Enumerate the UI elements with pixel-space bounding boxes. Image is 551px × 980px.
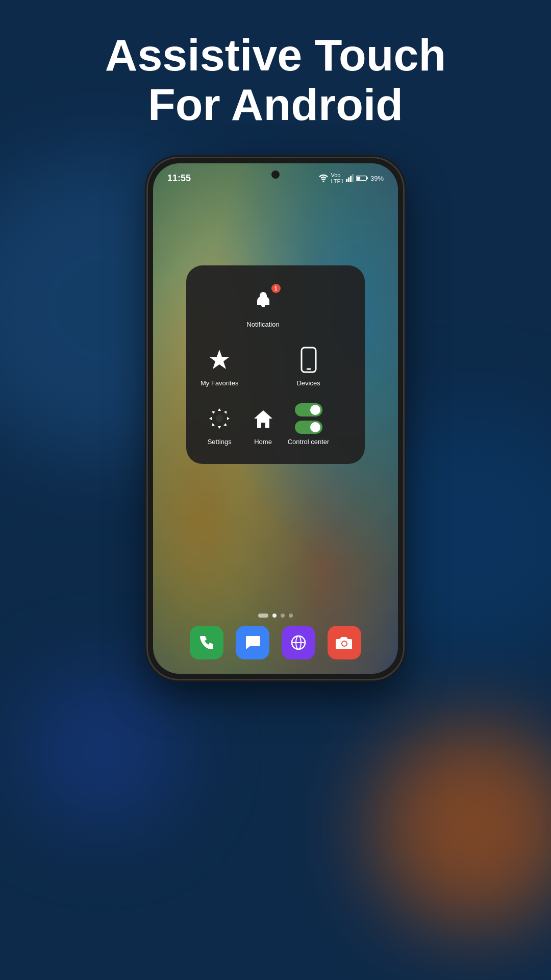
dock-browser-app[interactable]: [282, 626, 315, 659]
svg-rect-2: [348, 177, 349, 182]
page-dot-1: [258, 614, 268, 618]
bg-decoration-4: [26, 674, 179, 827]
page-dots: [153, 614, 398, 618]
signal-icon: [346, 174, 354, 182]
wifi-icon: [318, 174, 329, 182]
svg-rect-1: [346, 179, 347, 182]
home-icon: [248, 403, 279, 434]
svg-rect-7: [367, 177, 368, 179]
svg-marker-13: [254, 410, 272, 428]
svg-point-11: [216, 415, 223, 422]
svg-rect-6: [357, 177, 360, 180]
home-label: Home: [254, 438, 272, 446]
dock-phone-app[interactable]: [190, 626, 223, 659]
status-time: 11:55: [167, 173, 191, 184]
at-favorites-button[interactable]: My Favorites: [196, 336, 242, 395]
app-title: Assistive Touch For Android: [0, 31, 551, 130]
phone-screen: 11:55 VooLTE1: [153, 163, 398, 674]
notification-icon: 1: [248, 286, 279, 316]
devices-icon: [293, 345, 324, 375]
control-center-icon: [293, 403, 324, 434]
camera-notch: [271, 170, 280, 179]
svg-point-0: [323, 181, 324, 182]
svg-rect-3: [350, 176, 352, 182]
notification-badge: 1: [271, 284, 281, 293]
svg-point-19: [348, 640, 350, 642]
dock-messages-app[interactable]: [236, 626, 269, 659]
toggle-2: [295, 421, 322, 434]
favorites-label: My Favorites: [201, 379, 238, 387]
settings-label: Settings: [208, 438, 232, 446]
toggle-1: [295, 403, 322, 416]
page-dot-4: [289, 614, 293, 618]
svg-marker-8: [209, 350, 230, 369]
bottom-dock: [153, 626, 398, 659]
battery-text: 39%: [370, 175, 384, 182]
at-notification-button[interactable]: 1 Notification: [242, 278, 283, 336]
phone-frame: 11:55 VooLTE1: [148, 158, 403, 679]
at-devices-button[interactable]: Devices: [284, 336, 334, 395]
at-control-center-button[interactable]: Control center: [284, 395, 334, 454]
devices-label: Devices: [296, 379, 320, 387]
settings-icon: [204, 403, 235, 434]
at-panel: 1 Notification My Favorites: [186, 265, 365, 464]
notification-label: Notification: [246, 321, 279, 328]
favorites-icon: [204, 345, 235, 375]
at-settings-button[interactable]: Settings: [196, 395, 242, 454]
status-icons: VooLTE1 39%: [318, 172, 384, 184]
page-dot-3: [281, 614, 285, 618]
svg-rect-4: [352, 174, 354, 182]
svg-point-18: [342, 642, 346, 646]
control-center-label: Control center: [288, 438, 330, 446]
battery-icon: [356, 175, 368, 182]
signal-text: VooLTE1: [331, 172, 343, 184]
at-home-button[interactable]: Home: [242, 395, 283, 454]
bg-decoration-3: [372, 725, 551, 929]
page-dot-2: [272, 614, 277, 618]
dock-camera-app[interactable]: [328, 626, 361, 659]
